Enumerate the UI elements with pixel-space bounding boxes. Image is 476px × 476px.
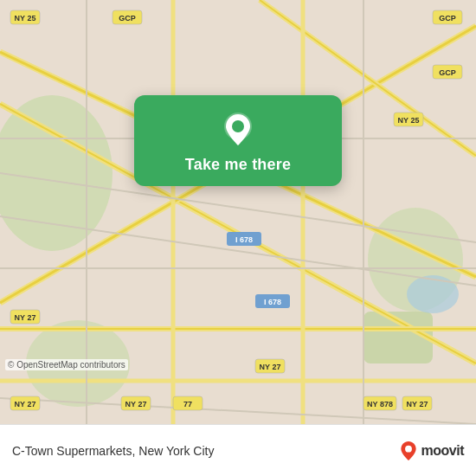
map-container: I 678 I 678 NY 25 GCP GCP GCP NY 25 NY 2… <box>0 0 476 424</box>
svg-text:NY 25: NY 25 <box>398 116 420 125</box>
svg-text:NY 27: NY 27 <box>125 400 147 408</box>
place-name: C-Town Supermarkets, New York City <box>12 444 214 458</box>
bottom-bar: C-Town Supermarkets, New York City moovi… <box>0 424 476 476</box>
svg-text:GCP: GCP <box>119 14 136 23</box>
svg-text:NY 27: NY 27 <box>260 363 281 371</box>
moovit-pin-icon <box>399 441 418 460</box>
svg-text:GCP: GCP <box>439 68 456 77</box>
svg-text:NY 25: NY 25 <box>15 14 36 23</box>
svg-text:I 678: I 678 <box>235 235 253 244</box>
svg-text:77: 77 <box>183 400 192 408</box>
popup-card[interactable]: Take me there <box>134 95 342 186</box>
take-me-there-label: Take me there <box>185 156 291 174</box>
osm-attribution: © OpenStreetMap contributors <box>5 359 128 370</box>
svg-text:NY 27: NY 27 <box>15 400 36 408</box>
svg-point-56 <box>405 445 412 452</box>
svg-text:GCP: GCP <box>439 14 456 23</box>
svg-point-55 <box>232 120 244 132</box>
moovit-logo: moovit <box>399 441 464 460</box>
svg-text:NY 878: NY 878 <box>367 400 393 408</box>
svg-point-5 <box>407 275 459 313</box>
location-pin-icon <box>219 111 257 149</box>
moovit-brand-text: moovit <box>421 443 464 459</box>
svg-text:NY 27: NY 27 <box>407 400 428 408</box>
svg-text:I 678: I 678 <box>264 298 281 306</box>
svg-text:NY 27: NY 27 <box>15 313 36 322</box>
